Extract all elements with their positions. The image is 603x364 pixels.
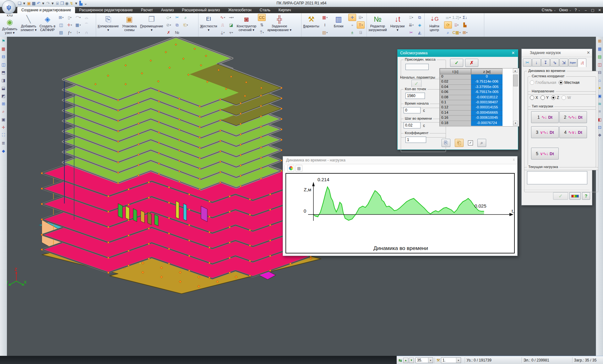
table-row[interactable]: 0.08-0.000118112 — [440, 95, 513, 100]
flash-icon[interactable]: ↯ — [70, 1, 73, 6]
fxy-icon[interactable]: ƒ▾ — [66, 29, 73, 36]
variants-button[interactable]: ⚒Варианты — [302, 14, 320, 28]
table-scrollbar[interactable]: ▼ — [513, 74, 518, 126]
ground-icon[interactable]: ⍊▾ — [219, 29, 226, 36]
fragment-view-icon[interactable]: ▣ — [0, 116, 7, 123]
archive-icon[interactable]: ⌸ — [56, 1, 59, 6]
block-join-icon[interactable]: ± — [348, 29, 356, 36]
cc-icon[interactable]: CC — [258, 14, 266, 21]
create-sapfir-button[interactable]: ◈Создать вСАПФИР — [38, 14, 57, 32]
tab-plate-load[interactable]: ⇘ — [550, 58, 559, 67]
dynamics-window[interactable]: Динамика во времени - нагрузка x ▤ Z,м0.… — [283, 156, 518, 256]
load-panel-title[interactable]: Задание нагрузок — [522, 49, 592, 57]
book-icon[interactable]: ❒ — [60, 1, 64, 6]
side-view-icon[interactable]: ⬓ — [0, 84, 7, 92]
redo-dropdown-arrow[interactable]: ▾ — [51, 1, 55, 6]
seismogram-dialog[interactable]: Сейсмограмма ✕ Присоедин. масса Начальн.… — [397, 49, 518, 150]
fragment-icon[interactable]: ⌹▾ — [357, 14, 365, 21]
radio-direction-x[interactable] — [530, 95, 534, 100]
blocks-button[interactable]: ▥Блоки — [329, 14, 348, 28]
flash-dropdown-arrow[interactable]: ▾ — [74, 1, 78, 6]
menu-Окно[interactable]: Окно — [558, 8, 569, 12]
wall-tool-icon[interactable]: ◫ — [597, 61, 603, 68]
load-type-5-button[interactable]: 5∨∿↓Dt — [531, 148, 559, 160]
refresh-icon[interactable]: ⟳ — [444, 21, 452, 29]
load-case-icon[interactable]: ◭ — [416, 29, 424, 36]
measure-icon[interactable]: ⚌▾ — [444, 14, 452, 21]
pile-icon[interactable]: ⇅ — [258, 21, 266, 29]
table-row[interactable]: 0.18-0.00076724 — [440, 121, 513, 126]
concrete-cube-icon[interactable]: ▦▾ — [321, 14, 329, 21]
chevron-down-icon[interactable]: ▼ — [456, 358, 461, 363]
mosaic-icon[interactable]: ▙ — [461, 21, 469, 29]
points-count-input[interactable] — [405, 93, 425, 99]
grid-tool-icon[interactable]: ▦ — [597, 45, 603, 52]
tab-железобетон[interactable]: Железобетон — [224, 7, 255, 13]
more-icon[interactable]: ⌄ — [84, 1, 88, 6]
save-icon[interactable]: ▦ — [32, 1, 35, 6]
close-icon[interactable]: x — [513, 157, 515, 162]
scroll-up-button[interactable]: ▲ — [513, 68, 518, 73]
app-logo[interactable]: ψ — [2, 0, 16, 14]
table-row[interactable]: 0.1-0.000198407 — [440, 100, 513, 105]
radio-direction-z[interactable] — [551, 95, 556, 100]
load-type-2-button[interactable]: 2∿∿↓Dt — [559, 111, 587, 123]
numbering-icon[interactable]: № — [173, 29, 181, 36]
pack-scheme-button[interactable]: ▣Упаковкасхемы — [120, 14, 139, 32]
tab-кирпич[interactable]: Кирпич — [274, 7, 295, 13]
diamond-icon[interactable]: ◆ — [0, 147, 7, 155]
move-node-icon[interactable]: ✛▾ — [66, 21, 73, 29]
zoom-red-icon[interactable]: ⌕ — [0, 108, 7, 115]
undo-dropdown-arrow[interactable]: ▾ — [41, 1, 45, 6]
tab-solid-load[interactable]: ⇲ — [559, 58, 568, 67]
block-list-icon[interactable]: ⍆ — [348, 21, 356, 29]
variant-combo[interactable]: 1.▼ — [441, 357, 461, 363]
table-row[interactable]: 0.04-3.37955e-005 — [440, 85, 513, 90]
menu-?[interactable]: ? — [573, 8, 578, 12]
clipboard-icon[interactable]: ⎗▾ — [182, 21, 189, 29]
add-element-button[interactable]: ╲Добавитьэлемент ▾ — [19, 14, 38, 32]
restore-button[interactable]: ▢ — [589, 8, 596, 12]
scrollbar-thumb[interactable] — [513, 74, 518, 86]
search-icon[interactable]: ⌕ — [444, 29, 452, 36]
coefficient-input[interactable] — [405, 137, 426, 143]
chevron-down-icon[interactable]: ⌄ — [554, 8, 558, 12]
copy-button[interactable]: ⎘Копирование▾ — [97, 14, 120, 32]
copy-fragment-icon[interactable]: ⧉ — [173, 21, 181, 29]
palette-icon[interactable]: ⊞▾ — [461, 29, 469, 36]
tab-сталь[interactable]: Сталь — [256, 7, 274, 13]
load-type-3-button[interactable]: 3∨∿↓Dt — [531, 126, 559, 138]
tbeam-icon[interactable]: ⍑▾ — [258, 29, 266, 36]
frame-icon[interactable]: ⊞▾ — [57, 14, 65, 21]
stand-icon[interactable]: ⫧▾ — [227, 29, 235, 36]
load-assignment-panel[interactable]: Задание нагрузок ✕ ✂↓↧⇘⇲Super↓t Динамика… — [521, 49, 592, 205]
ok-button[interactable]: ✓ — [450, 59, 463, 67]
flag-icon[interactable]: ⚑ — [0, 37, 7, 45]
chevron-down-icon[interactable]: ⌄ — [569, 8, 573, 12]
add-block-icon[interactable]: ✛ — [348, 14, 356, 21]
extend-icon[interactable]: ⍈ — [357, 29, 365, 36]
rows-tool-icon[interactable]: ▤ — [597, 53, 603, 60]
tab-cut-loads[interactable]: ✂ — [523, 58, 532, 67]
supports-icon[interactable]: ⎍ — [219, 21, 226, 29]
iso-view-icon[interactable]: ◫ — [0, 61, 7, 68]
trim-icon[interactable]: Т▾ — [357, 21, 365, 29]
mesh-icon[interactable]: ▦▾ — [74, 21, 82, 29]
diagram-icon[interactable]: ⍍▾ — [453, 21, 460, 29]
column-icon[interactable]: ▯▾ — [66, 14, 73, 21]
table-row[interactable]: 0.16-0.000610045 — [440, 116, 513, 121]
time-step-input[interactable] — [404, 122, 421, 128]
table-row[interactable]: 0.06-6.75517e-005 — [440, 90, 513, 95]
close-button[interactable]: ✕ — [596, 8, 603, 12]
tab-node-load[interactable]: ↓ — [532, 58, 541, 67]
table-checkbox[interactable]: ✓ — [468, 140, 473, 145]
hinge-icon[interactable]: ⊸▾ — [227, 14, 235, 21]
new-document-icon[interactable]: ❏ — [18, 1, 21, 6]
chevron-down-icon[interactable]: ▼ — [428, 358, 433, 363]
tab-super[interactable]: Super — [568, 58, 577, 67]
radio-coord-местная[interactable] — [559, 80, 563, 85]
radio-direction-w[interactable] — [562, 95, 566, 100]
list-icon[interactable]: ≣ — [0, 139, 7, 147]
color-scale-icon[interactable]: C▦▾ — [453, 29, 460, 36]
find-center-button[interactable]: ⇣GНайтицентр — [425, 14, 443, 32]
